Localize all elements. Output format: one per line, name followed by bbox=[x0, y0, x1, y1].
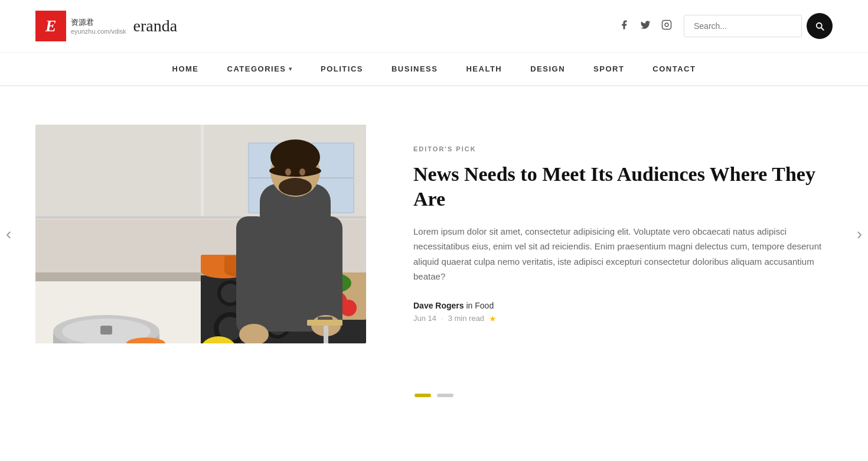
header: E 资源君 eyunzhu.com/vdisk eranda bbox=[0, 0, 868, 53]
svg-point-48 bbox=[285, 168, 291, 176]
nav-design[interactable]: DESIGN bbox=[530, 64, 565, 73]
author-name[interactable]: Dave Rogers bbox=[413, 301, 464, 310]
article-image bbox=[35, 125, 366, 343]
svg-point-47 bbox=[269, 165, 321, 177]
search-button[interactable] bbox=[807, 13, 833, 39]
twitter-icon[interactable] bbox=[640, 20, 651, 33]
svg-rect-4 bbox=[35, 125, 201, 216]
logo-area: E 资源君 eyunzhu.com/vdisk eranda bbox=[35, 11, 177, 41]
pagination-dot-2[interactable] bbox=[437, 394, 453, 397]
hero-slider: ‹ bbox=[0, 86, 868, 382]
nav-business[interactable]: BUSINESS bbox=[391, 64, 438, 73]
categories-dropdown-arrow: ▾ bbox=[289, 66, 293, 72]
article-title[interactable]: News Needs to Meet Its Audiences Where T… bbox=[413, 162, 833, 212]
svg-point-49 bbox=[299, 168, 305, 176]
main-nav: HOME CATEGORIES ▾ POLITICS BUSINESS HEAL… bbox=[0, 53, 868, 86]
svg-rect-37 bbox=[100, 326, 112, 335]
social-icons bbox=[619, 20, 672, 33]
logo-cn: 资源君 bbox=[71, 17, 126, 28]
article-date-meta: Jun 14 · 3 min read ★ bbox=[413, 314, 833, 323]
article-excerpt: Lorem ipsum dolor sit amet, consectetur … bbox=[413, 224, 833, 284]
article-date: Jun 14 bbox=[413, 314, 436, 323]
facebook-icon[interactable] bbox=[619, 20, 629, 33]
svg-rect-59 bbox=[307, 320, 342, 326]
nav-sport[interactable]: SPORT bbox=[593, 64, 624, 73]
pagination-dot-1[interactable] bbox=[415, 394, 431, 397]
slider-next-button[interactable]: › bbox=[857, 225, 862, 244]
star-icon: ★ bbox=[489, 314, 497, 323]
nav-home[interactable]: HOME bbox=[172, 64, 199, 73]
search-input[interactable] bbox=[684, 15, 802, 37]
svg-rect-52 bbox=[236, 216, 269, 335]
logo-icon: E bbox=[35, 11, 66, 41]
logo-text-block: 资源君 eyunzhu.com/vdisk bbox=[71, 17, 126, 35]
slider-pagination bbox=[0, 382, 868, 421]
svg-point-50 bbox=[279, 178, 312, 196]
instagram-icon[interactable] bbox=[661, 20, 672, 33]
nav-health[interactable]: HEALTH bbox=[466, 64, 502, 73]
in-word: in bbox=[466, 301, 472, 310]
logo-sub: eyunzhu.com/vdisk bbox=[71, 28, 126, 35]
article-content: EDITOR'S PICK News Needs to Meet Its Aud… bbox=[413, 134, 833, 335]
nav-contact[interactable]: CONTACT bbox=[652, 64, 696, 73]
article-category[interactable]: Food bbox=[475, 301, 494, 310]
slider-prev-button[interactable]: ‹ bbox=[6, 225, 11, 244]
article-author-meta: Dave Rogers in Food bbox=[413, 301, 833, 310]
nav-politics[interactable]: POLITICS bbox=[321, 64, 363, 73]
svg-point-29 bbox=[340, 300, 357, 316]
main-content: ‹ bbox=[0, 86, 868, 421]
header-right bbox=[619, 13, 833, 39]
editors-pick-label: EDITOR'S PICK bbox=[413, 145, 833, 152]
svg-rect-57 bbox=[324, 326, 328, 343]
separator-dot: · bbox=[441, 314, 443, 323]
svg-rect-0 bbox=[663, 21, 671, 30]
logo-brand: eranda bbox=[133, 17, 178, 35]
read-time: 3 min read bbox=[448, 314, 484, 323]
nav-categories[interactable]: CATEGORIES ▾ bbox=[227, 64, 293, 73]
nav-container: HOME CATEGORIES ▾ POLITICS BUSINESS HEAL… bbox=[0, 53, 868, 86]
search-area bbox=[684, 13, 833, 39]
